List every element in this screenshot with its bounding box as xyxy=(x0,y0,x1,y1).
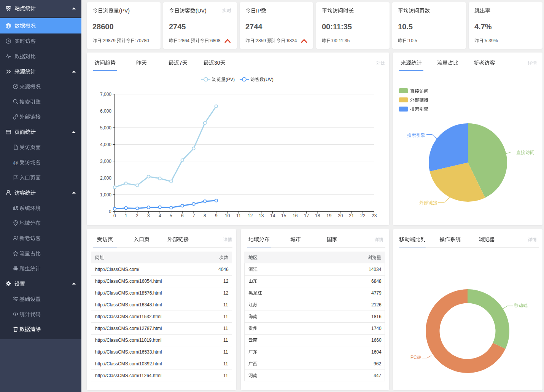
svg-text:12: 12 xyxy=(223,279,229,284)
svg-text:1604: 1604 xyxy=(371,349,382,355)
svg-text:1: 1 xyxy=(125,213,127,218)
svg-text:2,000: 2,000 xyxy=(100,175,111,181)
svg-text:12: 12 xyxy=(223,290,229,296)
svg-text:0: 0 xyxy=(109,209,111,214)
svg-text:10.5: 10.5 xyxy=(398,22,413,31)
svg-text:PC: PC xyxy=(410,355,417,360)
svg-text:4,000: 4,000 xyxy=(100,142,111,147)
svg-text:11: 11 xyxy=(223,338,228,343)
svg-text::70780: :70780 xyxy=(135,38,149,43)
svg-text:2744: 2744 xyxy=(245,22,262,31)
svg-text:http://ClassCMS.com/16054.html: http://ClassCMS.com/16054.html xyxy=(95,279,162,284)
svg-text:11: 11 xyxy=(223,373,228,378)
svg-text:14: 14 xyxy=(270,213,275,218)
svg-text:13: 13 xyxy=(259,213,264,218)
svg-text:4779: 4779 xyxy=(371,290,382,296)
svg-text:23: 23 xyxy=(372,213,377,218)
svg-text:http://ClassCMS.com/18576.html: http://ClassCMS.com/18576.html xyxy=(95,290,162,296)
svg-text:0: 0 xyxy=(113,213,116,218)
svg-text::6808: :6808 xyxy=(209,38,220,43)
svg-text:28600: 28600 xyxy=(92,22,114,31)
svg-text:7,000: 7,000 xyxy=(100,92,111,97)
svg-text:18: 18 xyxy=(315,213,320,218)
svg-text:http://ClassCMS.com/11264.html: http://ClassCMS.com/11264.html xyxy=(95,373,162,378)
svg-text:(PV): (PV) xyxy=(226,77,235,82)
svg-text:http://ClassCMS.com/12787.html: http://ClassCMS.com/12787.html xyxy=(95,326,162,331)
svg-text:447: 447 xyxy=(374,373,381,378)
svg-text:11: 11 xyxy=(223,326,228,331)
svg-text:7: 7 xyxy=(179,60,182,66)
svg-text:9: 9 xyxy=(215,213,218,218)
svg-text:http://ClassCMS.com/16533.html: http://ClassCMS.com/16533.html xyxy=(95,349,162,355)
svg-text:20: 20 xyxy=(338,213,343,218)
svg-text:12: 12 xyxy=(248,213,253,218)
svg-text:22: 22 xyxy=(360,213,366,218)
svg-text::10.5: :10.5 xyxy=(407,38,417,43)
svg-text:14034: 14034 xyxy=(369,267,382,272)
svg-text:21: 21 xyxy=(349,213,354,218)
svg-text:4046: 4046 xyxy=(218,267,229,272)
svg-text:(UV): (UV) xyxy=(196,8,207,14)
svg-text:6,000: 6,000 xyxy=(100,108,111,114)
svg-text:11: 11 xyxy=(236,213,241,218)
svg-text:(UV): (UV) xyxy=(264,77,274,82)
svg-text::5.39%: :5.39% xyxy=(484,38,498,43)
svg-text:4.7%: 4.7% xyxy=(474,22,492,31)
svg-text:19: 19 xyxy=(326,213,332,218)
svg-text:2745: 2745 xyxy=(169,22,186,31)
svg-text:http://ClassCMS.com/11019.html: http://ClassCMS.com/11019.html xyxy=(95,338,162,343)
svg-text:11: 11 xyxy=(223,349,228,355)
svg-text:7: 7 xyxy=(192,213,195,218)
svg-text:http://ClassCMS.com/10392.html: http://ClassCMS.com/10392.html xyxy=(95,361,162,367)
svg-text:1816: 1816 xyxy=(371,314,382,319)
svg-text:2: 2 xyxy=(136,213,138,218)
svg-text:5: 5 xyxy=(170,213,172,218)
svg-text:30: 30 xyxy=(214,60,220,66)
svg-text:3: 3 xyxy=(147,213,150,218)
svg-text:6: 6 xyxy=(181,213,184,218)
svg-text:http://ClassCMS.com/16348.html: http://ClassCMS.com/16348.html xyxy=(95,302,162,308)
svg-text:11: 11 xyxy=(223,302,228,308)
svg-text:1,000: 1,000 xyxy=(100,192,111,198)
svg-text:5,000: 5,000 xyxy=(100,125,111,131)
svg-text::2859: :2859 xyxy=(255,38,266,43)
svg-text:15: 15 xyxy=(281,213,286,218)
svg-text::29879: :29879 xyxy=(102,38,116,43)
svg-text:4: 4 xyxy=(159,213,161,218)
svg-text:2126: 2126 xyxy=(371,302,382,308)
svg-text:962: 962 xyxy=(374,361,381,367)
svg-text:1740: 1740 xyxy=(371,326,382,331)
svg-text:IP: IP xyxy=(256,8,261,14)
svg-text:16: 16 xyxy=(293,213,298,218)
svg-text:10: 10 xyxy=(225,213,230,218)
svg-text:(PV): (PV) xyxy=(119,8,130,14)
svg-text::00:11:35: :00:11:35 xyxy=(331,38,350,43)
svg-text:00:11:35: 00:11:35 xyxy=(322,22,352,31)
svg-text::2864: :2864 xyxy=(178,38,189,43)
svg-text:http://ClassCMS.com/11532.html: http://ClassCMS.com/11532.html xyxy=(95,314,162,319)
svg-text:http://ClassCMS.com/: http://ClassCMS.com/ xyxy=(95,267,140,272)
svg-text:11: 11 xyxy=(223,314,228,319)
svg-text:11: 11 xyxy=(223,361,228,367)
svg-text:6848: 6848 xyxy=(371,279,382,284)
svg-text:1660: 1660 xyxy=(371,338,382,343)
svg-text:3,000: 3,000 xyxy=(100,159,111,164)
svg-text::6824: :6824 xyxy=(285,38,297,43)
svg-text:@: @ xyxy=(13,159,18,165)
svg-text:8: 8 xyxy=(204,213,206,218)
svg-text:17: 17 xyxy=(304,213,309,218)
